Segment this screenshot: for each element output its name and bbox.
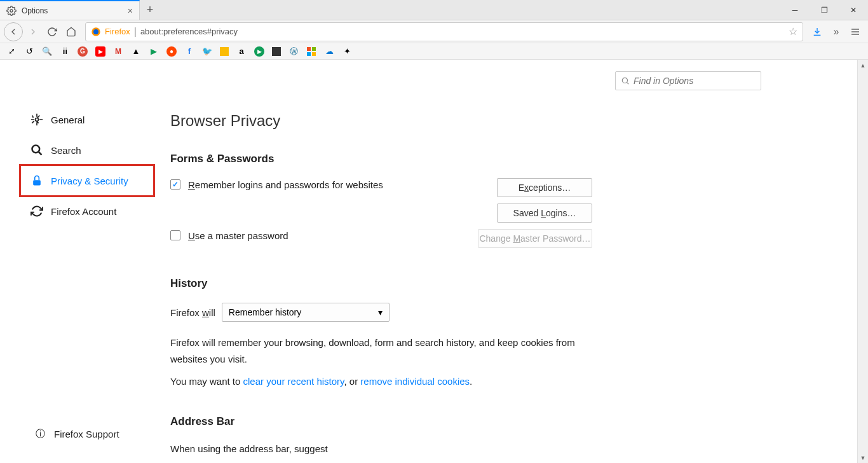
section-address-bar: Address Bar <box>170 415 868 428</box>
navigation-toolbar: Firefox | ☆ » <box>0 20 868 43</box>
amazon-icon[interactable]: a <box>236 46 247 57</box>
sidebar-item-account[interactable]: Firefox Account <box>28 196 170 226</box>
browser-tab[interactable]: Options × <box>0 0 140 20</box>
sidebar-item-label: Privacy & Security <box>51 176 128 186</box>
bookmark-icon-2[interactable]: ▶ <box>254 46 264 57</box>
svg-rect-8 <box>307 47 311 51</box>
sidebar-item-privacy[interactable]: Privacy & Security <box>28 165 170 196</box>
bookmark-icon-3[interactable] <box>272 47 281 56</box>
history-icon[interactable]: ↺ <box>24 46 34 57</box>
sidebar-item-label: Firefox Account <box>51 206 116 217</box>
home-button[interactable] <box>62 23 80 41</box>
url-input[interactable] <box>140 27 789 36</box>
new-tab-button[interactable]: + <box>140 0 160 20</box>
preferences-sidebar: General Search Privacy & Security Firefo… <box>0 60 170 463</box>
svg-rect-9 <box>312 47 316 51</box>
svg-rect-11 <box>312 52 316 56</box>
exceptions-button[interactable]: Exceptions… <box>497 178 592 197</box>
svg-line-17 <box>627 82 628 84</box>
vertical-scrollbar[interactable]: ▲ ▼ <box>857 60 868 463</box>
sidebar-item-general[interactable]: General <box>28 104 170 135</box>
sync-icon <box>31 205 43 218</box>
master-password-label: Use a master password <box>188 230 288 241</box>
gmail-icon[interactable]: M <box>113 46 123 57</box>
google-plus-icon[interactable]: G <box>78 46 88 57</box>
page-title: Browser Privacy <box>170 112 868 130</box>
svg-point-16 <box>622 78 627 83</box>
bookmark-star-icon[interactable]: ☆ <box>789 25 797 38</box>
history-prefix: Firefox will <box>170 307 215 318</box>
section-history: History <box>170 277 868 290</box>
clear-history-link[interactable]: clear your recent history <box>243 376 344 387</box>
svg-rect-10 <box>307 52 311 56</box>
downloads-button[interactable] <box>808 23 826 41</box>
firefox-icon <box>91 27 101 37</box>
sidebar-item-label: Search <box>51 145 81 156</box>
history-hint: You may want to clear your recent histor… <box>170 373 583 390</box>
reload-button[interactable] <box>43 23 61 41</box>
svg-point-13 <box>32 146 40 153</box>
find-in-options[interactable] <box>615 71 761 90</box>
reddit-icon[interactable]: ● <box>166 46 177 57</box>
url-bar[interactable]: Firefox | ☆ <box>85 22 803 41</box>
content-area: General Search Privacy & Security Firefo… <box>0 60 868 463</box>
back-button[interactable] <box>4 22 23 41</box>
fullscreen-icon[interactable]: ⤢ <box>6 46 17 57</box>
support-label: Firefox Support <box>54 429 119 439</box>
play-icon[interactable]: ▶ <box>149 46 159 57</box>
titlebar: Options × + ─ ❐ ✕ <box>0 0 868 20</box>
forward-button[interactable] <box>24 23 42 41</box>
remember-logins-checkbox[interactable] <box>170 179 180 190</box>
svg-line-14 <box>39 152 42 155</box>
svg-rect-15 <box>33 180 41 185</box>
remove-cookies-link[interactable]: remove individual cookies <box>360 376 470 387</box>
address-bar-description: When using the address bar, suggest <box>170 441 583 457</box>
section-forms-passwords: Forms & Passwords <box>170 153 868 165</box>
drive-icon[interactable]: ▲ <box>131 46 141 57</box>
remember-logins-label: Remember logins and passwords for websit… <box>188 179 383 190</box>
history-mode-value: Remember history <box>229 307 301 317</box>
identity-label: Firefox <box>105 27 130 36</box>
photos-icon[interactable]: ✦ <box>342 46 352 57</box>
close-button[interactable]: ✕ <box>839 0 868 20</box>
preferences-main: Browser Privacy Forms & Passwords Rememb… <box>170 60 868 463</box>
scroll-down-button[interactable]: ▼ <box>858 452 868 463</box>
minimize-button[interactable]: ─ <box>780 0 810 20</box>
scroll-up-button[interactable]: ▲ <box>858 60 868 71</box>
search-icon <box>31 144 43 156</box>
history-mode-select[interactable]: Remember history ▾ <box>222 303 390 322</box>
microsoft-icon[interactable] <box>306 46 316 57</box>
help-icon: ⓘ <box>36 428 45 440</box>
youtube-icon[interactable]: ▶ <box>95 46 105 57</box>
bookmark-icon-1[interactable] <box>220 47 229 56</box>
facebook-icon[interactable]: f <box>184 46 194 57</box>
tab-title: Options <box>22 6 48 15</box>
menu-button[interactable] <box>846 23 864 41</box>
onedrive-icon[interactable]: ☁ <box>324 46 334 57</box>
window-controls: ─ ❐ ✕ <box>780 0 868 20</box>
saved-logins-button[interactable]: Saved Logins… <box>497 204 592 223</box>
search-icon <box>621 76 630 85</box>
lock-icon <box>31 174 43 187</box>
maximize-button[interactable]: ❐ <box>810 0 839 20</box>
change-master-password-button: Change Master Password… <box>478 229 592 248</box>
library-icon[interactable]: ⅲ <box>60 46 70 57</box>
sidebar-item-search[interactable]: Search <box>28 135 170 165</box>
sidebar-item-label: General <box>51 114 85 125</box>
twitter-icon[interactable]: 🐦 <box>202 46 212 57</box>
master-password-checkbox[interactable] <box>170 230 180 240</box>
wordpress-icon[interactable]: Ⓦ <box>288 46 299 57</box>
bookmarks-toolbar: ⤢ ↺ 🔍 ⅲ G ▶ M ▲ ▶ ● f 🐦 a ▶ Ⓦ ☁ ✦ <box>0 43 868 60</box>
history-description: Firefox will remember your browsing, dow… <box>170 335 583 367</box>
gear-icon <box>31 113 43 126</box>
firefox-support-link[interactable]: ⓘ Firefox Support <box>36 428 119 440</box>
svg-point-2 <box>93 29 98 34</box>
overflow-button[interactable]: » <box>827 23 845 41</box>
close-tab-icon[interactable]: × <box>128 6 133 16</box>
gear-icon <box>6 6 17 16</box>
svg-point-0 <box>10 10 13 12</box>
find-input[interactable] <box>634 76 756 86</box>
chevron-down-icon: ▾ <box>378 307 383 317</box>
search-icon[interactable]: 🔍 <box>42 46 52 57</box>
